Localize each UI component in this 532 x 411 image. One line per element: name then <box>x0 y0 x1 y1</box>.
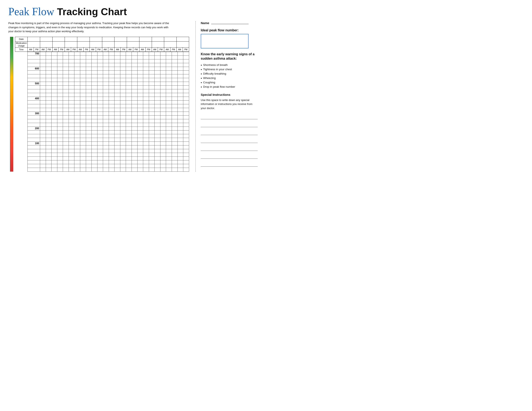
grid-cell <box>74 112 80 115</box>
grid-cell <box>92 89 97 93</box>
grid-cell <box>172 108 178 112</box>
grid-cell <box>86 67 92 70</box>
grid-cell <box>183 149 189 153</box>
grid-cell <box>46 153 52 156</box>
grid-cell <box>69 108 74 112</box>
grid-cell <box>69 89 74 93</box>
title-bold: Tracking Chart <box>57 6 127 17</box>
grid-cell <box>149 156 155 160</box>
grid-cell <box>114 156 120 160</box>
grid-cell <box>46 56 52 59</box>
grid-cell <box>183 97 189 100</box>
grid-cell <box>178 104 183 108</box>
grid-cell <box>40 59 46 63</box>
grid-cell <box>63 142 69 145</box>
grid-cell <box>137 63 143 67</box>
table-row <box>28 156 189 160</box>
grid-cell <box>114 67 120 70</box>
grid-cell <box>178 168 183 172</box>
grid-cell <box>97 59 103 63</box>
grid-cell <box>103 149 109 153</box>
grid-cell <box>143 74 149 78</box>
grid-cell <box>103 126 109 130</box>
grid-cell <box>40 67 46 70</box>
grid-cell <box>86 119 92 123</box>
grid-cell <box>103 119 109 123</box>
grid-cell <box>57 142 63 145</box>
med-col-13 <box>177 41 189 47</box>
table-row <box>28 168 189 172</box>
grid-cell <box>166 93 172 97</box>
grid-cell <box>86 149 92 153</box>
left-section: Peak flow monitoring is part of the ongo… <box>8 21 189 172</box>
grid-cell <box>172 153 178 156</box>
grid-cell <box>114 108 120 112</box>
grid-cell <box>63 70 69 74</box>
grid-cell <box>183 164 189 168</box>
grid-cell <box>57 149 63 153</box>
grid-cell <box>166 134 172 138</box>
grid-cell <box>178 67 183 70</box>
grid-cell <box>183 115 189 119</box>
grid-cell <box>57 59 63 63</box>
grid-cell <box>132 115 138 119</box>
write-line <box>201 161 258 167</box>
grid-cell <box>74 130 80 134</box>
grid-cell <box>40 56 46 59</box>
grid-cell <box>63 63 69 67</box>
grid-cell <box>80 112 86 115</box>
grid-cell <box>46 160 52 164</box>
grid-cell <box>109 112 114 115</box>
grid-cell <box>69 67 74 70</box>
grid-cell <box>109 168 114 172</box>
pm-10: PM <box>145 47 152 52</box>
grid-cell <box>80 82 86 86</box>
ideal-flow-label: Ideal peak flow number: <box>201 29 258 32</box>
grid-cell <box>92 82 97 86</box>
date-col-1 <box>28 37 40 41</box>
grid-cell <box>120 63 126 67</box>
grid-cell <box>132 78 138 82</box>
grid-cell <box>183 67 189 70</box>
grid-cell <box>137 67 143 70</box>
grid-cell <box>92 160 97 164</box>
grid-cell <box>103 115 109 119</box>
grid-cell <box>92 86 97 89</box>
grid-cell <box>160 93 166 97</box>
grid-cell <box>63 119 69 123</box>
grid-cell <box>86 89 92 93</box>
grid-cell <box>172 67 178 70</box>
grid-cell <box>155 160 161 164</box>
grid-cell <box>40 97 46 100</box>
special-instructions-text: Use this space to write down any special… <box>201 98 258 110</box>
grid-cell <box>114 115 120 119</box>
grid-cell <box>80 108 86 112</box>
grid-cell <box>74 89 80 93</box>
grid-cell <box>178 78 183 82</box>
grid-cell <box>92 149 97 153</box>
am-7: AM <box>102 47 108 52</box>
am-5: AM <box>77 47 84 52</box>
grid-cell <box>149 52 155 56</box>
grid-cell <box>52 153 57 156</box>
grid-cell <box>97 138 103 142</box>
grid-cell <box>178 119 183 123</box>
grid-cell <box>86 78 92 82</box>
pm-12: PM <box>171 47 177 52</box>
grid-cell <box>114 123 120 126</box>
grid-cell <box>63 67 69 70</box>
grid-cell <box>97 67 103 70</box>
grid-cell <box>172 134 178 138</box>
grid-cell <box>40 160 46 164</box>
grid-cell <box>183 59 189 63</box>
grid-cell <box>74 134 80 138</box>
grid-cell <box>52 168 57 172</box>
grid-cell <box>40 142 46 145</box>
grid-cell <box>52 100 57 104</box>
grid-cell <box>137 160 143 164</box>
table-row: 700 <box>28 52 189 56</box>
grid-cell <box>160 89 166 93</box>
grid-cell <box>137 164 143 168</box>
grid-cell <box>149 104 155 108</box>
grid-cell <box>103 56 109 59</box>
